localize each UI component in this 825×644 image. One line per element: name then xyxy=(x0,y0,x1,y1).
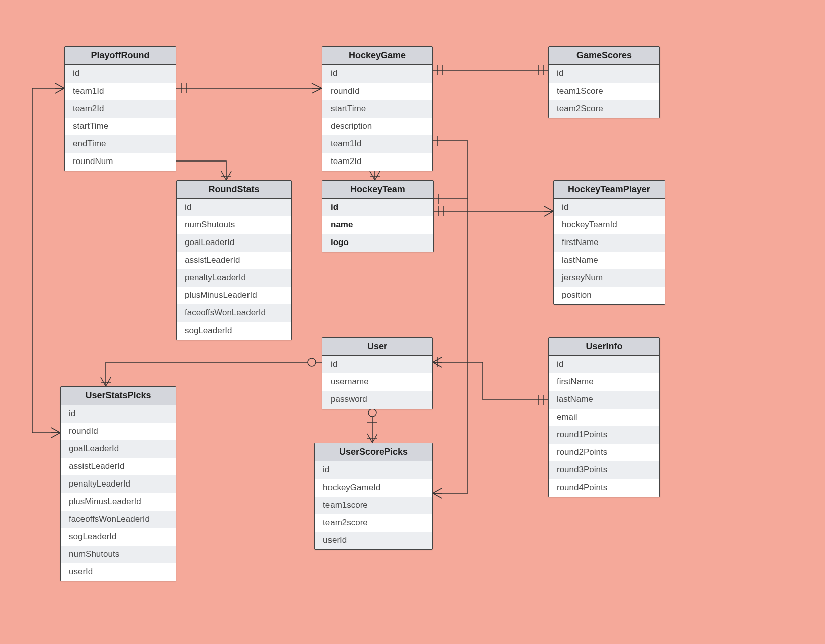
field: numShutouts xyxy=(177,216,291,234)
field: hockeyTeamId xyxy=(554,216,665,234)
entity-fields: id team1Id team2Id startTime endTime rou… xyxy=(65,65,176,171)
field: firstName xyxy=(554,234,665,252)
field: round2Points xyxy=(549,444,659,461)
entity-title: UserInfo xyxy=(549,338,659,356)
field: plusMinusLeaderId xyxy=(61,493,176,511)
svg-point-0 xyxy=(308,358,316,366)
field: penaltyLeaderId xyxy=(177,269,291,287)
entity-user: User id username password xyxy=(322,337,433,409)
field: assistLeaderId xyxy=(177,252,291,269)
field: assistLeaderId xyxy=(61,458,176,475)
entity-title: HockeyTeam xyxy=(322,181,433,199)
field: id xyxy=(322,356,432,373)
entity-title: UserScorePicks xyxy=(315,443,432,461)
field: sogLeaderId xyxy=(177,322,291,340)
entity-title: UserStatsPicks xyxy=(61,387,176,405)
entity-title: PlayoffRound xyxy=(65,47,176,65)
field: lastName xyxy=(549,391,659,409)
entity-title: HockeyTeamPlayer xyxy=(554,181,665,199)
field: id xyxy=(554,199,665,216)
field: position xyxy=(554,287,665,304)
field: team1Id xyxy=(65,83,176,100)
field: id xyxy=(549,65,659,83)
entity-title: User xyxy=(322,338,432,356)
field: email xyxy=(549,409,659,426)
field: sogLeaderId xyxy=(61,528,176,546)
field: team2Id xyxy=(322,153,432,171)
field: roundId xyxy=(61,423,176,440)
entity-user-stats-picks: UserStatsPicks id roundId goalLeaderId a… xyxy=(60,386,176,581)
field: id xyxy=(65,65,176,83)
field: id xyxy=(549,356,659,373)
field: password xyxy=(322,391,432,409)
field: jerseyNum xyxy=(554,269,665,287)
field: roundNum xyxy=(65,153,176,171)
field: id xyxy=(61,405,176,423)
field: penaltyLeaderId xyxy=(61,475,176,493)
entity-user-info: UserInfo id firstName lastName email rou… xyxy=(548,337,660,497)
entity-hockey-game: HockeyGame id roundId startTime descript… xyxy=(322,46,433,171)
entity-title: GameScores xyxy=(549,47,659,65)
field: startTime xyxy=(65,118,176,135)
field: team1Id xyxy=(322,135,432,153)
field: faceoffsWonLeaderId xyxy=(177,304,291,322)
entity-round-stats: RoundStats id numShutouts goalLeaderId a… xyxy=(176,180,292,340)
field: userId xyxy=(61,563,176,581)
field: team2Id xyxy=(65,100,176,118)
field: goalLeaderId xyxy=(177,234,291,252)
field: faceoffsWonLeaderId xyxy=(61,511,176,528)
entity-hockey-team-player: HockeyTeamPlayer id hockeyTeamId firstNa… xyxy=(553,180,665,305)
entity-title: RoundStats xyxy=(177,181,291,199)
field: username xyxy=(322,373,432,391)
field: team2Score xyxy=(549,100,659,118)
field: lastName xyxy=(554,252,665,269)
field: name xyxy=(322,216,433,234)
field: logo xyxy=(322,234,433,252)
field: id xyxy=(322,199,433,216)
entity-title: HockeyGame xyxy=(322,47,432,65)
er-diagram-canvas: PlayoffRound id team1Id team2Id startTim… xyxy=(0,0,825,644)
entity-user-score-picks: UserScorePicks id hockeyGameId team1scor… xyxy=(314,443,433,550)
field: roundId xyxy=(322,83,432,100)
field: team1Score xyxy=(549,83,659,100)
field: goalLeaderId xyxy=(61,440,176,458)
field: id xyxy=(315,461,432,479)
field: team2score xyxy=(315,514,432,532)
field: round3Points xyxy=(549,461,659,479)
svg-point-1 xyxy=(368,409,376,417)
field: userId xyxy=(315,532,432,549)
field: round4Points xyxy=(549,479,659,497)
field: endTime xyxy=(65,135,176,153)
field: startTime xyxy=(322,100,432,118)
field: description xyxy=(322,118,432,135)
field: hockeyGameId xyxy=(315,479,432,497)
entity-game-scores: GameScores id team1Score team2Score xyxy=(548,46,660,118)
entity-hockey-team: HockeyTeam id name logo xyxy=(322,180,434,252)
field: id xyxy=(177,199,291,216)
field: firstName xyxy=(549,373,659,391)
field: round1Points xyxy=(549,426,659,444)
field: team1score xyxy=(315,497,432,514)
field: numShutouts xyxy=(61,546,176,564)
field: id xyxy=(322,65,432,83)
field: plusMinusLeaderId xyxy=(177,287,291,304)
entity-playoff-round: PlayoffRound id team1Id team2Id startTim… xyxy=(64,46,176,171)
